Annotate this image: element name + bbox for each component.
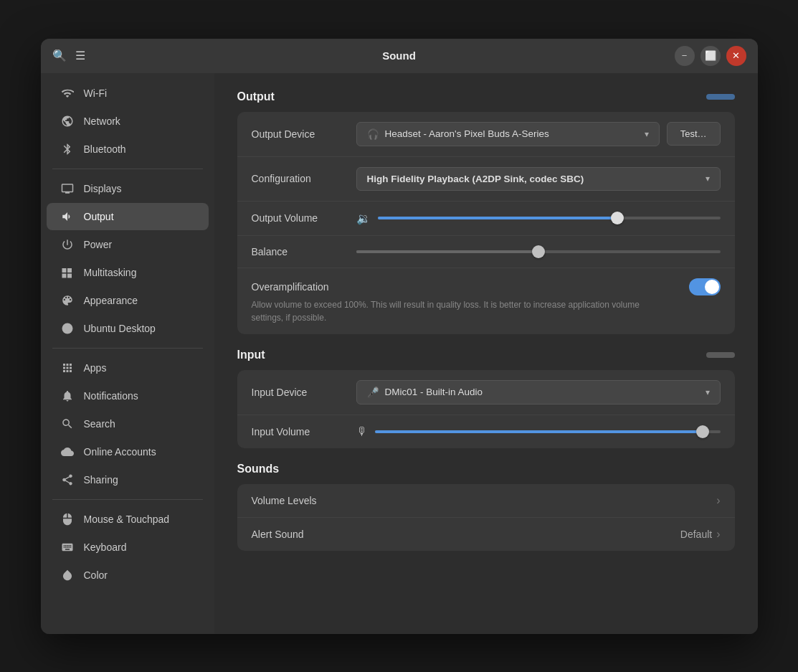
- input-volume-track[interactable]: [375, 430, 721, 433]
- overamp-description: Allow volume to exceed 100%. This will r…: [252, 298, 650, 324]
- microphone-icon: 🎤: [367, 387, 379, 398]
- sidebar-label-bluetooth: Bluetooth: [84, 143, 126, 155]
- toggle-thumb: [705, 280, 719, 294]
- alert-sound-label: Alert Sound: [252, 529, 304, 540]
- sidebar-item-sound[interactable]: Output: [47, 203, 209, 230]
- sounds-section-header: Sounds: [237, 463, 735, 475]
- sidebar-item-apps[interactable]: Apps: [47, 354, 209, 382]
- alert-sound-row[interactable]: Alert Sound Default ›: [237, 518, 735, 551]
- sidebar-label-mouse-touchpad: Mouse & Touchpad: [84, 514, 170, 525]
- appearance-icon: [61, 294, 74, 307]
- titlebar: 🔍 ☰ Sound − ⬜ ✕: [41, 39, 758, 73]
- output-indicator: [706, 94, 735, 100]
- output-section: Output Output Device 🎧 Headset - Aaron's…: [237, 90, 735, 334]
- balance-thumb[interactable]: [532, 245, 545, 258]
- sidebar-label-appearance: Appearance: [84, 295, 138, 306]
- sidebar-label-sharing: Sharing: [84, 474, 118, 486]
- output-volume-track[interactable]: [378, 217, 721, 219]
- sidebar-item-online-accounts[interactable]: Online Accounts: [47, 438, 209, 465]
- sidebar-item-appearance[interactable]: Appearance: [47, 287, 209, 314]
- output-volume-thumb[interactable]: [611, 212, 624, 224]
- content-area: Wi-Fi Network Bluetooth Displays: [41, 73, 758, 634]
- dropdown-arrow-icon: ▾: [645, 129, 649, 139]
- input-title: Input: [237, 349, 265, 361]
- configuration-dropdown[interactable]: High Fidelity Playback (A2DP Sink, codec…: [356, 167, 721, 191]
- output-volume-slider-container: 🔉: [356, 212, 721, 225]
- output-device-label: Output Device: [252, 128, 345, 140]
- search-button[interactable]: 🔍: [52, 49, 67, 62]
- output-device-row: Output Device 🎧 Headset - Aaron's Pixel …: [237, 112, 735, 157]
- input-section: Input Input Device 🎤 DMic01 - Built-in A…: [237, 349, 735, 448]
- overamp-top: Overamplification: [252, 278, 721, 295]
- configuration-control: High Fidelity Playback (A2DP Sink, codec…: [356, 167, 721, 191]
- sidebar-label-ubuntu-desktop: Ubuntu Desktop: [84, 323, 156, 334]
- configuration-label: Configuration: [252, 173, 345, 184]
- input-device-label: Input Device: [252, 387, 345, 398]
- sidebar-item-ubuntu-desktop[interactable]: Ubuntu Desktop: [47, 315, 209, 342]
- output-device-dropdown[interactable]: 🎧 Headset - Aaron's Pixel Buds A-Series …: [356, 122, 660, 146]
- menu-button[interactable]: ☰: [75, 49, 85, 62]
- online-accounts-icon: [61, 445, 74, 458]
- output-volume-row: Output Volume 🔉: [237, 202, 735, 236]
- sidebar: Wi-Fi Network Bluetooth Displays: [41, 73, 214, 634]
- main-content: Output Output Device 🎧 Headset - Aaron's…: [214, 73, 758, 634]
- sounds-section: Sounds Volume Levels › Alert Sound Defau…: [237, 463, 735, 551]
- sounds-title: Sounds: [237, 463, 280, 475]
- input-dropdown-left: 🎤 DMic01 - Built-in Audio: [367, 387, 483, 398]
- minimize-button[interactable]: −: [675, 46, 695, 66]
- sidebar-item-multitasking[interactable]: Multitasking: [47, 259, 209, 286]
- balance-row: Balance: [237, 236, 735, 268]
- sidebar-item-notifications[interactable]: Notifications: [47, 382, 209, 410]
- overamplification-row: Overamplification Allow volume to exceed…: [237, 268, 735, 334]
- search-icon: 🔍: [52, 49, 67, 62]
- sidebar-item-wifi[interactable]: Wi-Fi: [47, 80, 209, 107]
- settings-window: 🔍 ☰ Sound − ⬜ ✕ Wi-Fi Network: [41, 39, 758, 634]
- input-volume-row: Input Volume 🎙: [237, 415, 735, 448]
- output-volume-fill: [378, 217, 618, 219]
- sidebar-item-displays[interactable]: Displays: [47, 175, 209, 202]
- test-button[interactable]: Test…: [667, 122, 721, 146]
- sidebar-item-mouse-touchpad[interactable]: Mouse & Touchpad: [47, 506, 209, 533]
- input-volume-fill: [375, 430, 703, 433]
- sidebar-label-notifications: Notifications: [84, 390, 138, 402]
- sidebar-label-wifi: Wi-Fi: [84, 87, 108, 99]
- sidebar-item-bluetooth[interactable]: Bluetooth: [47, 136, 209, 163]
- sidebar-item-keyboard[interactable]: Keyboard: [47, 534, 209, 561]
- input-device-dropdown[interactable]: 🎤 DMic01 - Built-in Audio ▾: [356, 380, 721, 404]
- overamplification-toggle[interactable]: [689, 278, 721, 295]
- sidebar-item-network[interactable]: Network: [47, 108, 209, 135]
- balance-fill: [356, 250, 538, 253]
- sidebar-item-sharing[interactable]: Sharing: [47, 466, 209, 493]
- input-volume-thumb[interactable]: [696, 425, 709, 438]
- sidebar-label-color: Color: [84, 569, 108, 581]
- search-sidebar-icon: [61, 417, 74, 430]
- sidebar-label-apps: Apps: [84, 362, 107, 374]
- close-button[interactable]: ✕: [726, 46, 746, 66]
- network-icon: [61, 115, 74, 128]
- maximize-button[interactable]: ⬜: [700, 46, 721, 66]
- mic-volume-icon: 🎙: [356, 425, 368, 438]
- notifications-icon: [61, 389, 74, 402]
- balance-slider-container: [356, 250, 721, 253]
- bluetooth-icon: [61, 143, 74, 156]
- sidebar-item-color[interactable]: Color: [47, 562, 209, 589]
- wifi-icon: [61, 87, 74, 100]
- volume-icon: 🔉: [356, 212, 371, 225]
- output-card: Output Device 🎧 Headset - Aaron's Pixel …: [237, 112, 735, 334]
- balance-track[interactable]: [356, 250, 721, 253]
- divider-1: [52, 169, 203, 169]
- keyboard-icon: [61, 541, 74, 554]
- sound-icon: [61, 210, 74, 223]
- configuration-value: High Fidelity Playback (A2DP Sink, codec…: [367, 174, 584, 184]
- volume-levels-chevron-icon: ›: [716, 494, 720, 507]
- sidebar-label-sound: Output: [84, 211, 114, 222]
- input-section-header: Input: [237, 349, 735, 361]
- divider-3: [52, 499, 203, 500]
- sidebar-item-search[interactable]: Search: [47, 410, 209, 437]
- configuration-row: Configuration High Fidelity Playback (A2…: [237, 157, 735, 202]
- sidebar-item-power[interactable]: Power: [47, 231, 209, 258]
- input-arrow-icon: ▾: [706, 387, 710, 397]
- output-volume-label: Output Volume: [252, 212, 345, 224]
- volume-levels-row[interactable]: Volume Levels ›: [237, 484, 735, 518]
- displays-icon: [61, 182, 74, 195]
